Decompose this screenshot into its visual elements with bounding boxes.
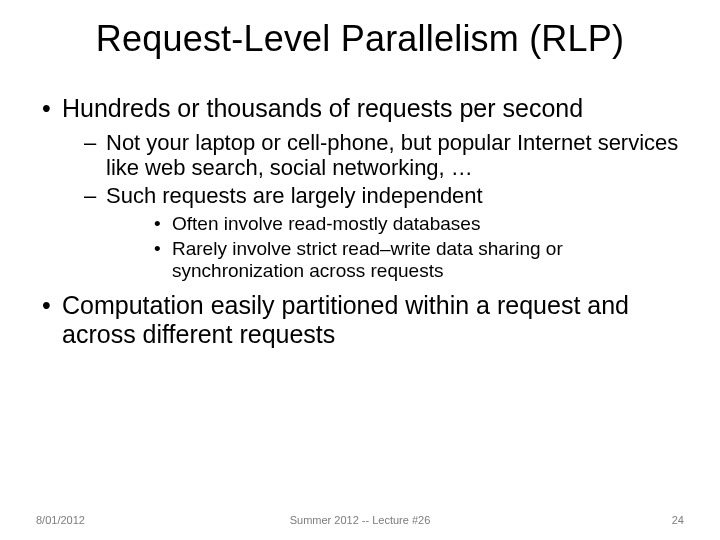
bullet-lvl3: Rarely involve strict read–write data sh… (106, 238, 680, 283)
footer-page-number: 24 (672, 514, 684, 526)
footer-center: Summer 2012 -- Lecture #26 (0, 514, 720, 526)
bullet-text: Not your laptop or cell-phone, but popul… (106, 130, 678, 181)
bullet-lvl1: Computation easily partitioned within a … (40, 291, 680, 350)
slide: Request-Level Parallelism (RLP) Hundreds… (0, 0, 720, 540)
bullet-sublist: Not your laptop or cell-phone, but popul… (62, 130, 680, 283)
bullet-lvl2: Not your laptop or cell-phone, but popul… (62, 130, 680, 182)
bullet-lvl3: Often involve read-mostly databases (106, 213, 680, 235)
slide-title: Request-Level Parallelism (RLP) (40, 18, 680, 60)
slide-footer: 8/01/2012 Summer 2012 -- Lecture #26 24 (0, 514, 720, 526)
bullet-text: Such requests are largely independent (106, 183, 483, 208)
bullet-lvl1: Hundreds or thousands of requests per se… (40, 94, 680, 283)
bullet-text: Hundreds or thousands of requests per se… (62, 94, 583, 122)
footer-date: 8/01/2012 (36, 514, 85, 526)
bullet-text: Often involve read-mostly databases (172, 213, 480, 234)
bullet-subsublist: Often involve read-mostly databases Rare… (106, 213, 680, 282)
bullet-text: Computation easily partitioned within a … (62, 291, 629, 349)
bullet-list: Hundreds or thousands of requests per se… (40, 94, 680, 350)
bullet-text: Rarely involve strict read–write data sh… (172, 238, 563, 281)
bullet-lvl2: Such requests are largely independent Of… (62, 183, 680, 282)
